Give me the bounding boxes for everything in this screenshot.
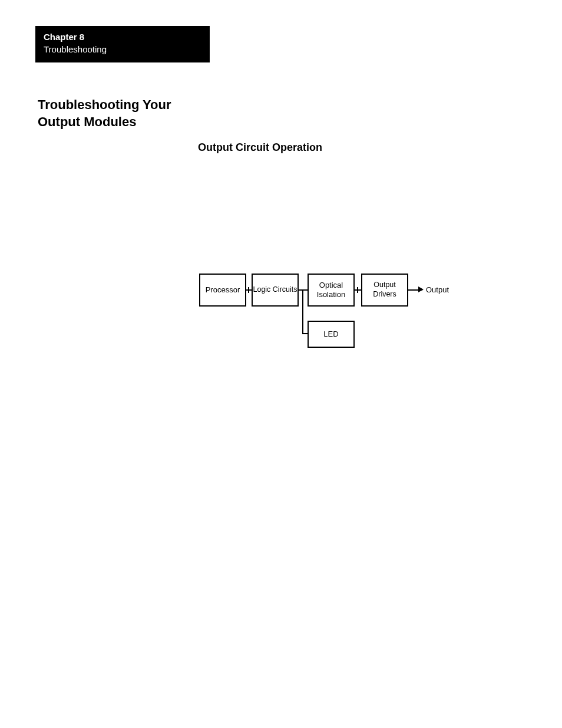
connector — [302, 289, 303, 334]
connector-tick — [248, 287, 249, 293]
page-title: Troubleshooting Your Output Modules — [38, 97, 179, 130]
block-logic-circuits: Logic Circuits — [252, 274, 299, 307]
output-circuit-diagram: Processor Logic Circuits Optical Isolati… — [199, 274, 470, 356]
block-led: LED — [308, 321, 355, 348]
connector — [302, 333, 309, 334]
connector-tick — [357, 287, 358, 293]
output-label: Output — [426, 285, 449, 294]
chapter-subtitle: Troubleshooting — [44, 44, 201, 54]
arrowhead-icon — [418, 286, 424, 292]
block-optical-isolation: Optical Isolation — [308, 274, 355, 307]
section-heading: Output Circuit Operation — [198, 141, 322, 154]
chapter-header-box: Chapter 8 Troubleshooting — [35, 26, 210, 62]
chapter-label: Chapter 8 — [44, 32, 201, 42]
block-output-drivers: Output Drivers — [361, 274, 408, 307]
block-processor: Processor — [199, 274, 246, 307]
